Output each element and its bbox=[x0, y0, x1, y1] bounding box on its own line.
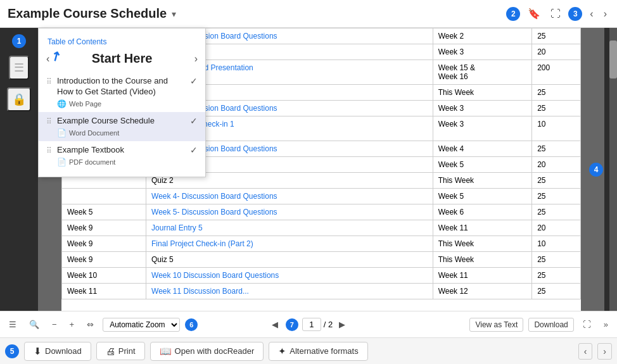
toc-main-title: Start Here bbox=[92, 51, 153, 66]
cell-points: 20 bbox=[532, 157, 581, 173]
toc-globe-icon-1: 🌐 bbox=[57, 99, 67, 108]
cell-week bbox=[62, 189, 146, 204]
toc-item-title-1: Introduction to the Course and How to Ge… bbox=[57, 76, 185, 97]
cell-points: 25 bbox=[532, 173, 581, 189]
fullscreen-button[interactable]: ⛶ bbox=[548, 6, 563, 22]
alt-formats-icon: ✦ bbox=[278, 346, 286, 357]
sidebar-lock-button[interactable]: 🔒 bbox=[7, 87, 31, 111]
cell-week: Week 5 bbox=[62, 204, 146, 220]
zoom-in-button[interactable]: + bbox=[66, 317, 79, 332]
zoom-drag-button[interactable]: ⇔ bbox=[83, 317, 98, 332]
zoom-select[interactable]: Automatic Zoom bbox=[103, 318, 180, 332]
expand-toolbar-button[interactable]: ⛶ bbox=[579, 317, 595, 332]
cell-points: 25 bbox=[532, 268, 581, 284]
table-row: Week 10 Week 10 Discussion Board Questio… bbox=[62, 268, 581, 284]
title-dropdown-icon[interactable]: ▾ bbox=[172, 9, 176, 19]
next-page-button[interactable]: ▶ bbox=[335, 317, 349, 332]
toc-item-2[interactable]: ⠿ Example Course Schedule 📄 Word Documen… bbox=[39, 112, 205, 141]
toc-drag-icon-2: ⠿ bbox=[46, 117, 52, 126]
badge-four: 4 bbox=[589, 163, 603, 177]
download-action-button[interactable]: ⬇ Download bbox=[24, 342, 91, 361]
cell-due: This Week bbox=[433, 85, 532, 101]
toc-item-content-3: Example Textbook 📄 PDF document bbox=[57, 145, 185, 166]
sidebar-menu-button[interactable]: ☰ bbox=[9, 56, 29, 80]
badge-six-toolbar: 6 bbox=[185, 318, 198, 331]
cell-due: Week 3 bbox=[433, 116, 532, 141]
cell-due: This Week bbox=[433, 173, 532, 189]
scrollbar-thumb[interactable] bbox=[609, 41, 617, 78]
download-icon: ⬇ bbox=[34, 346, 42, 357]
next-page-top-button[interactable]: › bbox=[601, 6, 609, 22]
cell-activity: Quiz 5 bbox=[146, 252, 433, 268]
cell-due: Week 3 bbox=[433, 44, 532, 60]
cell-week: Week 9 bbox=[62, 236, 146, 252]
badge-five: 5 bbox=[5, 344, 19, 358]
action-bar-right: ‹ › bbox=[578, 343, 612, 360]
toc-header: Table of Contents bbox=[39, 35, 205, 51]
zoom-out-button[interactable]: − bbox=[48, 317, 61, 332]
alt-formats-button[interactable]: ✦ Alternative formats bbox=[269, 342, 367, 361]
print-label: Print bbox=[118, 346, 136, 356]
badge-two: 2 bbox=[506, 7, 520, 21]
cell-points: 25 bbox=[532, 204, 581, 220]
toc-drag-icon-1: ⠿ bbox=[46, 77, 52, 86]
top-bar-right: 2 🔖 ⛶ 3 ‹ › bbox=[506, 5, 609, 22]
toggle-sidebar-button[interactable]: ☰ bbox=[5, 317, 20, 332]
print-action-button[interactable]: 🖨 Print bbox=[96, 342, 145, 360]
toc-item-sub-3: 📄 PDF document bbox=[57, 158, 185, 166]
action-next-button[interactable]: › bbox=[597, 343, 612, 360]
main-area: 1 ☰ 🔒 ↗ Table of Contents ‹ Start Here ›… bbox=[0, 28, 617, 311]
toc-item-title-3: Example Textbook bbox=[57, 145, 185, 156]
scrollbar-track[interactable] bbox=[609, 28, 617, 311]
table-row: Week 9 Journal Entry 5 Week 11 20 bbox=[62, 220, 581, 236]
toc-doc-icon-3: 📄 bbox=[57, 158, 67, 166]
more-options-button[interactable]: » bbox=[600, 317, 612, 332]
cell-activity: Week 5- Discussion Board Questions bbox=[146, 204, 433, 220]
cell-due: Week 5 bbox=[433, 157, 532, 173]
toolbar-center: ◀ 7 / 2 ▶ bbox=[268, 317, 349, 332]
cell-points: 20 bbox=[532, 220, 581, 236]
cell-due: Week 5 bbox=[433, 189, 532, 204]
toc-item-1[interactable]: ⠿ Introduction to the Course and How to … bbox=[39, 72, 205, 112]
table-row: Week 9 Final Project Check-in (Part 2) T… bbox=[62, 236, 581, 252]
alt-formats-label: Alternative formats bbox=[289, 346, 358, 356]
toc-doc-icon-2: 📄 bbox=[57, 129, 67, 137]
action-bar: 5 ⬇ Download 🖨 Print 📖 Open with docRead… bbox=[0, 337, 617, 364]
cell-due: Week 12 bbox=[433, 284, 532, 299]
cell-week: Week 11 bbox=[62, 284, 146, 299]
action-prev-button[interactable]: ‹ bbox=[578, 343, 593, 360]
download-toolbar-button[interactable]: Download bbox=[528, 318, 573, 332]
cell-activity: Week 11 Discussion Board... bbox=[146, 284, 433, 299]
cell-points: 25 bbox=[532, 252, 581, 268]
table-row: Week 9 Quiz 5 This Week 25 bbox=[62, 252, 581, 268]
docreader-icon: 📖 bbox=[160, 346, 172, 357]
toc-next-button[interactable]: › bbox=[194, 53, 198, 65]
prev-page-button[interactable]: ◀ bbox=[268, 317, 282, 332]
bookmark-button[interactable]: 🔖 bbox=[525, 5, 543, 22]
toc-sub-label-1: Web Page bbox=[69, 100, 101, 108]
cell-activity: Week 4- Discussion Board Questions bbox=[146, 189, 433, 204]
cell-activity: Journal Entry 5 bbox=[146, 220, 433, 236]
cell-week: Week 9 bbox=[62, 252, 146, 268]
page-number-input[interactable] bbox=[302, 318, 321, 331]
cell-points: 10 bbox=[532, 236, 581, 252]
bottom-toolbar: ☰ 🔍 − + ⇔ Automatic Zoom 6 ◀ 7 / 2 ▶ Vie… bbox=[0, 311, 617, 337]
toc-item-sub-1: 🌐 Web Page bbox=[57, 99, 185, 108]
cell-week: Week 9 bbox=[62, 220, 146, 236]
cell-due: Week 15 &Week 16 bbox=[433, 60, 532, 85]
toc-check-2: ✓ bbox=[190, 116, 198, 126]
prev-page-top-button[interactable]: ‹ bbox=[587, 6, 595, 22]
toc-panel: ↗ Table of Contents ‹ Start Here › ⠿ Int… bbox=[38, 28, 206, 177]
toc-item-content-1: Introduction to the Course and How to Ge… bbox=[57, 76, 185, 108]
cell-due: This Week bbox=[433, 252, 532, 268]
right-sidebar: 4 bbox=[604, 28, 617, 311]
cell-due: This Week bbox=[433, 236, 532, 252]
table-row: Week 4- Discussion Board Questions Week … bbox=[62, 189, 581, 204]
open-docreader-button[interactable]: 📖 Open with docReader bbox=[150, 342, 264, 361]
view-as-text-button[interactable]: View as Text bbox=[469, 318, 523, 332]
cell-due: Week 6 bbox=[433, 204, 532, 220]
download-label: Download bbox=[45, 346, 82, 356]
toc-check-1: ✓ bbox=[190, 76, 198, 86]
toc-item-3[interactable]: ⠿ Example Textbook 📄 PDF document ✓ bbox=[39, 141, 205, 170]
cursor-button[interactable]: 🔍 bbox=[25, 317, 43, 332]
